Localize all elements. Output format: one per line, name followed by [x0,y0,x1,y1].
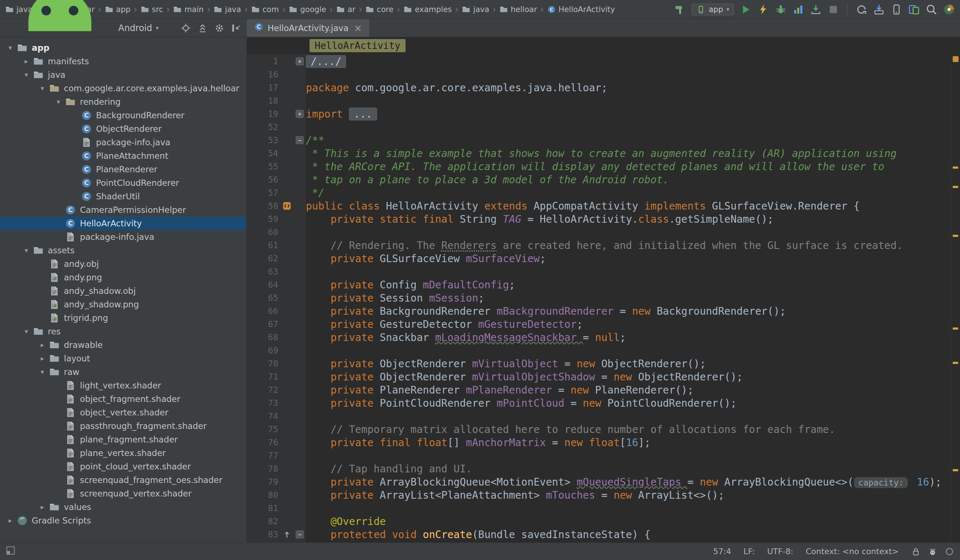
install-run-icon[interactable] [810,4,822,15]
tree-item[interactable]: ▾assets [0,243,246,257]
code-line[interactable]: 19+import ... [247,107,950,120]
apply-changes-icon[interactable] [757,4,769,15]
code-line[interactable]: 64 private Config mDefaultConfig; [247,278,950,291]
code-line[interactable]: 1+/.../ [247,55,950,68]
code-line[interactable]: 83− protected void onCreate(Bundle saved… [247,528,950,541]
code-line[interactable]: 72 private PlaneRenderer mPlaneRenderer … [247,383,950,397]
collapse-all-icon[interactable] [197,23,208,33]
tree-item[interactable]: ▾res [0,325,246,338]
code-line[interactable]: 18 [247,94,950,107]
line-number[interactable]: 59 [247,214,280,224]
breadcrumb-item[interactable]: ar [336,5,355,14]
code-line[interactable]: 16 [247,68,950,81]
code-line[interactable]: 63 [247,265,950,278]
tree-item[interactable]: ▾app [0,41,246,54]
tree-item[interactable]: point_cloud_vertex.shader [0,459,246,473]
chevron-right-icon[interactable]: ▸ [4,517,17,524]
chevron-right-icon[interactable]: ▸ [36,503,49,511]
error-stripe-scrollbar[interactable] [950,54,960,542]
line-number[interactable]: 79 [247,477,280,486]
breadcrumb-class-pill[interactable]: HelloArActivity [310,39,406,52]
tree-item[interactable]: ▾raw [0,365,246,379]
code-line[interactable]: 79 private ArrayBlockingQueue<MotionEven… [247,475,950,488]
breadcrumb-item[interactable]: java [214,5,241,14]
background-tasks-icon[interactable] [945,547,954,556]
code-line[interactable]: 70 private ObjectRenderer mVirtualObject… [247,357,950,370]
line-number[interactable]: 77 [247,451,280,460]
breadcrumb-item[interactable]: CHelloArActivity [547,5,615,14]
locate-file-icon[interactable] [181,23,191,33]
code-line[interactable]: 82 @Override [247,515,950,528]
line-number[interactable]: 54 [247,149,280,158]
avd-manager-icon[interactable] [891,4,902,15]
line-number[interactable]: 55 [247,162,280,171]
fold-collapse-icon[interactable]: − [296,530,304,538]
line-number[interactable]: 69 [247,346,280,355]
tree-item[interactable]: light_vertex.shader [0,379,246,392]
fold-expand-icon[interactable]: + [296,110,304,118]
code-line[interactable]: 17package com.google.ar.core.examples.ja… [247,81,950,94]
line-number[interactable]: 19 [247,109,280,118]
code-line[interactable]: 52 [247,120,950,134]
chevron-right-icon[interactable]: ▸ [36,341,49,349]
code-line[interactable]: 59 private static final String TAG = Hel… [247,213,950,226]
line-number[interactable]: 71 [247,372,280,381]
toolwindow-toggle-icon[interactable] [6,546,15,555]
line-number[interactable]: 81 [247,503,280,513]
code-line[interactable]: 67 private GestureDetector mGestureDetec… [247,318,950,331]
fold-expand-icon[interactable]: + [296,57,304,66]
line-number[interactable]: 74 [247,411,280,421]
code-line[interactable]: 76 private final float[] mAnchorMatrix =… [247,436,950,449]
code-line[interactable]: 66 private BackgroundRenderer mBackgroun… [247,304,950,318]
line-number[interactable]: 16 [247,70,280,79]
code-line[interactable]: 61 // Rendering. The Renderers are creat… [247,239,950,252]
device-file-explorer-icon[interactable] [908,4,920,15]
code-line[interactable]: 60 [247,226,950,239]
line-number[interactable]: 61 [247,241,280,250]
line-number[interactable]: 83 [247,530,280,539]
tree-item[interactable]: CPointCloudRenderer [0,176,246,189]
highlight-level-icon[interactable] [928,547,938,556]
line-number[interactable]: 53 [247,136,280,145]
sdk-manager-icon[interactable] [873,4,885,15]
code-line[interactable]: 77 [247,449,950,462]
tree-item[interactable]: plane_fragment.shader [0,433,246,446]
warning-stripe-mark[interactable] [953,362,958,364]
code-line[interactable]: 58public class HelloArActivity extends A… [247,199,950,213]
tree-item[interactable]: ▸Gradle Scripts [0,514,246,527]
code-line[interactable]: 81 [247,502,950,515]
code-line[interactable]: 74 [247,410,950,423]
inspection-status-indicator[interactable] [953,56,958,62]
line-number[interactable]: 67 [247,319,280,329]
breadcrumb-item[interactable]: google [289,5,326,14]
code-line[interactable]: 57 */ [247,186,950,199]
line-number[interactable]: 66 [247,306,280,316]
tree-item[interactable]: andy.obj [0,257,246,270]
settings-gear-icon[interactable] [214,23,224,33]
chevron-right-icon[interactable]: ▸ [36,354,49,362]
code-line[interactable]: 69 [247,344,950,357]
code-line[interactable]: 78 // Tap handling and UI. [247,462,950,475]
code-line[interactable]: 80 private ArrayList<PlaneAttachment> mT… [247,488,950,502]
close-icon[interactable]: × [354,23,362,33]
code-line[interactable]: 54 * This is a simple example that shows… [247,147,950,160]
profiler-icon[interactable] [792,4,804,15]
tree-item[interactable]: CPlaneRenderer [0,162,246,176]
tree-item[interactable]: andy.png [0,270,246,284]
attach-debugger-icon[interactable] [775,4,787,15]
chevron-down-icon[interactable]: ▾ [52,98,65,106]
code-line[interactable]: 53−/** [247,134,950,147]
warning-stripe-mark[interactable] [953,328,958,330]
line-number[interactable]: 65 [247,293,280,302]
code-line[interactable]: 75 // Temporary matrix allocated here to… [247,423,950,436]
tree-item[interactable]: ▸manifests [0,54,246,68]
code-line[interactable]: 56 * tap on a plane to place a 3d model … [247,173,950,186]
chevron-down-icon[interactable]: ▾ [36,84,49,92]
line-number[interactable]: 64 [247,280,280,290]
code-line[interactable]: 73 private PointCloudRenderer mPointClou… [247,397,950,410]
tree-item[interactable]: ▾java [0,68,246,82]
warning-stripe-mark[interactable] [953,469,958,471]
line-number[interactable]: 60 [247,227,280,237]
tree-item[interactable]: object_fragment.shader [0,392,246,406]
tree-item[interactable]: CObjectRenderer [0,122,246,136]
